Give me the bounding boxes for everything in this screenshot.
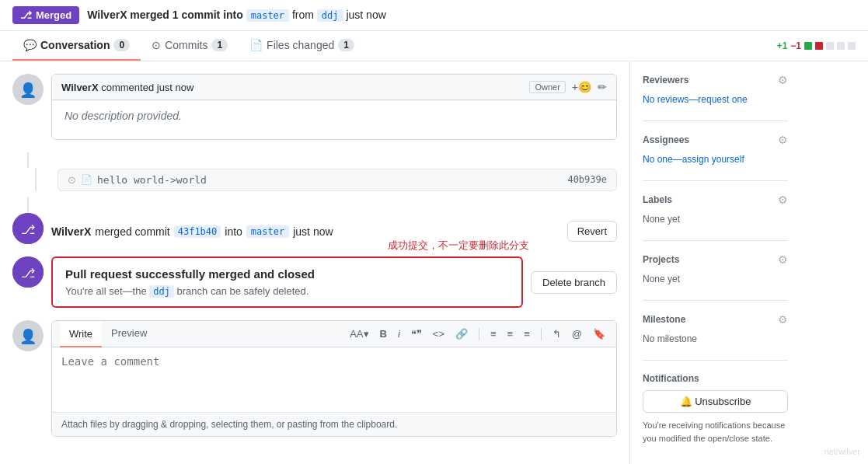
- merge-icon: ⎇: [20, 9, 32, 21]
- tab-commits[interactable]: ⊙ Commits 1: [141, 31, 239, 61]
- toolbar-mention-btn[interactable]: @: [569, 326, 585, 341]
- success-body-suffix: branch can be safely deleted.: [177, 285, 309, 297]
- from-text: from: [292, 9, 314, 21]
- sidebar-milestone: Milestone ⚙ No milestone: [643, 300, 788, 344]
- toolbar-heading-btn[interactable]: AA▾: [347, 326, 371, 341]
- commenter-avatar-2: 👤: [12, 320, 44, 351]
- projects-gear-button[interactable]: ⚙: [778, 253, 788, 266]
- commit-name: hello world->world: [97, 174, 207, 186]
- diff-block-gray-3: [848, 42, 856, 50]
- revert-button[interactable]: Revert: [567, 221, 617, 242]
- tab-conversation[interactable]: 💬 Conversation 0: [12, 31, 141, 61]
- reviewers-empty[interactable]: No reviews—request one: [643, 94, 748, 105]
- conversation-tab-label: Conversation: [40, 39, 110, 51]
- toolbar-ul-btn[interactable]: ≡: [487, 326, 500, 341]
- milestone-gear-button[interactable]: ⚙: [778, 313, 788, 326]
- files-tab-icon: 📄: [249, 39, 263, 51]
- toolbar-ol-btn[interactable]: ≡: [504, 326, 517, 341]
- svg-text:👤: 👤: [19, 82, 37, 99]
- comment-box: WilverX commented just now Owner +😊 ✏ No…: [51, 74, 617, 140]
- diff-block-green: [804, 42, 812, 50]
- commit-file-icon: 📄: [81, 174, 92, 185]
- assignees-empty[interactable]: No one—assign yourself: [643, 154, 744, 165]
- toolbar-reply-btn[interactable]: ↰: [549, 326, 564, 341]
- milestone-header: Milestone ⚙: [643, 313, 788, 326]
- merge-event-avatar: ⎇: [12, 213, 44, 244]
- reviewers-header: Reviewers ⚙: [643, 74, 788, 86]
- write-tab[interactable]: Write: [60, 322, 102, 347]
- content-area: 👤 WilverX commented just now Owner +😊 ✏: [0, 61, 629, 464]
- comment-write-box: Write Preview AA▾ B i ❝❞ <> 🔗 ≡ ≡ ≡: [51, 320, 617, 437]
- diff-block-gray-2: [837, 42, 845, 50]
- tab-files-changed[interactable]: 📄 Files changed 1: [239, 31, 365, 61]
- diff-additions: +1: [777, 40, 788, 51]
- diff-block-gray-1: [826, 42, 834, 50]
- write-area-wrapper: 👤 Write Preview AA▾ B i ❝❞ <> 🔗 ≡ ≡: [12, 320, 617, 437]
- projects-empty: None yet: [643, 274, 680, 284]
- commenter-avatar: 👤: [12, 74, 44, 105]
- add-emoji-button[interactable]: +😊: [572, 81, 591, 93]
- comment-action: commented: [101, 82, 154, 93]
- labels-gear-button[interactable]: ⚙: [778, 194, 788, 206]
- labels-heading: Labels: [643, 194, 672, 205]
- main-layout: 👤 WilverX commented just now Owner +😊 ✏: [0, 61, 868, 464]
- merge-into-text: into: [225, 225, 242, 238]
- toolbar-bold-btn[interactable]: B: [377, 326, 390, 341]
- toolbar-task-btn[interactable]: ≡: [521, 326, 533, 341]
- write-footer: Attach files by dragging & dropping, sel…: [52, 412, 616, 436]
- svg-text:👤: 👤: [19, 328, 37, 345]
- conversation-tab-icon: 💬: [23, 39, 37, 51]
- tabs-bar: 💬 Conversation 0 ⊙ Commits 1 📄 Files cha…: [0, 31, 868, 61]
- top-bar-text: WilverX merged 1 commit into master from…: [87, 9, 386, 22]
- comment-author-time: WilverX commented just now: [61, 82, 193, 93]
- success-title: Pull request successfully merged and clo…: [65, 267, 509, 281]
- conversation-tab-count: 0: [113, 39, 130, 51]
- toolbar-sep-2: [541, 328, 542, 340]
- notifications-header: Notifications: [643, 373, 788, 384]
- unsubscribe-button[interactable]: 🔔 Unsubscribe: [643, 390, 788, 413]
- comment-time: just now: [157, 82, 194, 93]
- toolbar-link-btn[interactable]: 🔗: [452, 326, 471, 341]
- preview-tab[interactable]: Preview: [102, 321, 156, 347]
- files-tab-label: Files changed: [267, 39, 334, 51]
- merge-event-text: WilverX merged commit 43f1b40 into maste…: [51, 213, 617, 242]
- commit-line-icon: [20, 168, 51, 191]
- toolbar-sep-1: [479, 328, 479, 340]
- projects-header: Projects ⚙: [643, 253, 788, 266]
- diff-block-red: [815, 42, 823, 50]
- sidebar-projects: Projects ⚙ None yet: [643, 240, 788, 284]
- delete-branch-button[interactable]: Delete branch: [531, 271, 617, 294]
- sidebar-reviewers: Reviewers ⚙ No reviews—request one: [643, 74, 788, 105]
- comment-body-text: No description provided.: [64, 110, 182, 122]
- merge-event-hash: 43f1b40: [174, 225, 221, 238]
- sidebar-assignees: Assignees ⚙ No one—assign yourself: [643, 120, 788, 165]
- labels-header: Labels ⚙: [643, 194, 788, 206]
- milestone-heading: Milestone: [643, 314, 685, 325]
- sidebar-labels: Labels ⚙ None yet: [643, 180, 788, 225]
- badge-label: Merged: [36, 9, 71, 21]
- target-branch: master: [246, 9, 289, 22]
- merge-event-time: just now: [293, 225, 333, 238]
- write-footer-text: Attach files by dragging & dropping, sel…: [61, 419, 397, 430]
- assignees-header: Assignees ⚙: [643, 134, 788, 146]
- assignees-heading: Assignees: [643, 134, 689, 145]
- merge-event-branch: master: [246, 225, 289, 238]
- notifications-note: You're receiving notifications because y…: [643, 419, 788, 445]
- projects-heading: Projects: [643, 254, 679, 265]
- comment-input[interactable]: [52, 347, 616, 410]
- toolbar-quote-btn[interactable]: ❝❞: [408, 326, 425, 341]
- reviewers-gear-button[interactable]: ⚙: [778, 74, 788, 86]
- timeline-connector-1: [27, 152, 29, 168]
- toolbar-bookmark-btn[interactable]: 🔖: [590, 326, 608, 341]
- success-icon-box: ⎇: [12, 256, 44, 288]
- timeline-connector-2: [27, 197, 29, 213]
- toolbar-code-btn[interactable]: <>: [430, 326, 448, 341]
- toolbar-italic-btn[interactable]: i: [395, 326, 403, 341]
- labels-empty: None yet: [643, 214, 680, 225]
- reviewers-heading: Reviewers: [643, 75, 688, 85]
- sidebar-notifications: Notifications 🔔 Unsubscribe You're recei…: [643, 360, 788, 445]
- edit-comment-button[interactable]: ✏: [598, 81, 607, 93]
- assignees-gear-button[interactable]: ⚙: [778, 134, 788, 146]
- sidebar: Reviewers ⚙ No reviews—request one Assig…: [629, 61, 800, 464]
- milestone-empty: No milestone: [643, 333, 697, 344]
